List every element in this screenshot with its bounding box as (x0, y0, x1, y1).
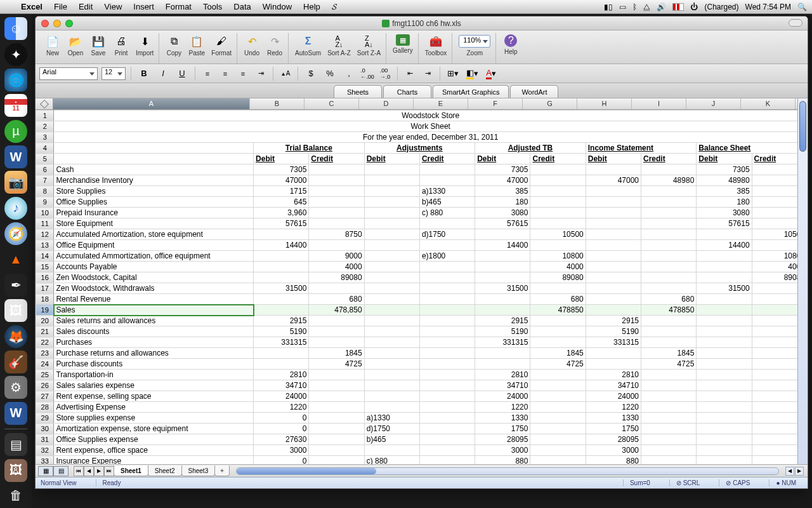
font-select[interactable]: Arial (39, 67, 98, 80)
cell[interactable] (419, 402, 475, 413)
font-color-button[interactable]: A▾ (483, 67, 499, 81)
cell[interactable]: 34710 (254, 380, 309, 391)
group-trial-balance[interactable]: Trial Balance (254, 143, 365, 154)
col-header-E[interactable]: E (414, 98, 468, 109)
cell[interactable] (641, 456, 697, 465)
cell[interactable]: 4725 (530, 359, 586, 370)
row-header[interactable]: 1 (36, 110, 54, 121)
cell[interactable]: 2810 (586, 370, 641, 380)
cell[interactable] (641, 262, 697, 272)
cell[interactable] (364, 370, 419, 380)
cell[interactable]: 1220 (586, 402, 641, 413)
dock-firefox[interactable]: 🦊 (3, 324, 29, 349)
cell[interactable] (54, 154, 254, 164)
cell[interactable] (641, 272, 697, 283)
help-button[interactable]: ?Help (500, 33, 521, 64)
row-header[interactable]: 15 (36, 262, 54, 272)
cell[interactable]: 3,960 (254, 208, 309, 218)
cell[interactable] (254, 251, 309, 262)
cell[interactable]: 1750 (586, 424, 641, 434)
menu-insert[interactable]: Insert (128, 2, 160, 11)
row-header[interactable]: 21 (36, 326, 54, 337)
cell[interactable] (419, 240, 475, 251)
col-credit[interactable]: Credit (419, 154, 475, 164)
cell[interactable] (586, 305, 641, 316)
cell[interactable] (309, 445, 364, 456)
cell[interactable] (419, 456, 475, 465)
titlebar[interactable]: fmgt1100 ch6 hw.xls (36, 17, 808, 30)
cell[interactable]: 34710 (586, 380, 641, 391)
sheet-tab-2[interactable]: Sheet2 (148, 465, 182, 476)
row-header[interactable]: 6 (36, 164, 54, 175)
cell[interactable]: a)1330 (419, 186, 475, 197)
cell[interactable] (309, 380, 364, 391)
menu-app[interactable]: Excel (15, 2, 48, 11)
cell[interactable] (419, 305, 475, 316)
cell[interactable] (254, 262, 309, 272)
cell[interactable] (475, 294, 530, 305)
col-header-K[interactable]: K (741, 98, 796, 109)
cell[interactable] (364, 445, 419, 456)
cell[interactable] (641, 434, 697, 445)
dock-pen[interactable]: ✒ (3, 273, 29, 297)
cell[interactable] (641, 370, 697, 380)
cell[interactable]: 57615 (475, 218, 530, 229)
cell[interactable] (419, 424, 475, 434)
vertical-scrollbar[interactable] (797, 98, 808, 464)
cell[interactable] (419, 337, 475, 348)
menu-window[interactable]: Window (257, 2, 298, 11)
group-adjusted-tb[interactable]: Adjusted TB (475, 143, 586, 154)
cell[interactable] (364, 283, 419, 294)
col-debit[interactable]: Debit (364, 154, 419, 164)
cell[interactable]: 24000 (586, 391, 641, 402)
cell[interactable] (586, 186, 641, 197)
menu-help[interactable]: Help (298, 2, 326, 11)
cell[interactable] (641, 391, 697, 402)
menu-edit[interactable]: Edit (73, 2, 98, 11)
cell[interactable] (697, 337, 752, 348)
cell[interactable]: 0 (254, 413, 309, 424)
cell[interactable]: 5190 (586, 326, 641, 337)
cell[interactable] (697, 272, 752, 283)
row-header[interactable]: 26 (36, 380, 54, 391)
cell[interactable]: Rental Revenue (54, 294, 254, 305)
col-debit[interactable]: Debit (697, 154, 752, 164)
cell[interactable] (697, 380, 752, 391)
cell[interactable] (419, 370, 475, 380)
cell[interactable] (641, 337, 697, 348)
zoom-value[interactable]: 110% (459, 35, 490, 48)
cell[interactable] (530, 240, 586, 251)
cell[interactable]: 1845 (641, 348, 697, 359)
row-header[interactable]: 25 (36, 370, 54, 380)
cell[interactable]: 5190 (254, 326, 309, 337)
cell[interactable]: 180 (697, 197, 752, 208)
cell[interactable]: 331315 (586, 337, 641, 348)
clock[interactable]: Wed 7:54 PM (745, 3, 791, 11)
cell[interactable]: 2915 (475, 316, 530, 326)
cell[interactable]: c) 880 (364, 456, 419, 465)
cell[interactable]: 1750 (475, 424, 530, 434)
import-button[interactable]: ⬇Import (133, 33, 156, 64)
menu-view[interactable]: View (98, 2, 128, 11)
wifi-icon[interactable]: ⧋ (643, 3, 650, 11)
col-header-A[interactable]: A (53, 98, 250, 109)
group-income-statement[interactable]: Income Statement (586, 143, 697, 154)
sheet-tab-1[interactable]: Sheet1 (114, 465, 148, 476)
cell[interactable] (697, 391, 752, 402)
cell[interactable]: Purchase returns and allowances (54, 348, 254, 359)
cell[interactable]: Store Equipment (54, 218, 254, 229)
cell[interactable]: 89080 (530, 272, 586, 283)
cell[interactable] (697, 326, 752, 337)
toolbox-button[interactable]: 🧰Toolbox (422, 33, 449, 64)
sheet-tab-add[interactable]: ＋ (214, 465, 230, 476)
col-header-G[interactable]: G (523, 98, 577, 109)
cell[interactable]: Sales discounts (54, 326, 254, 337)
cell[interactable]: 680 (641, 294, 697, 305)
cell[interactable] (697, 434, 752, 445)
cell[interactable]: 2915 (254, 316, 309, 326)
cell[interactable] (586, 262, 641, 272)
cell[interactable] (419, 218, 475, 229)
cell[interactable] (419, 316, 475, 326)
tab-wordart[interactable]: WordArt (510, 85, 558, 98)
cell[interactable]: Accumulated Amortization, store equipmen… (54, 229, 254, 240)
